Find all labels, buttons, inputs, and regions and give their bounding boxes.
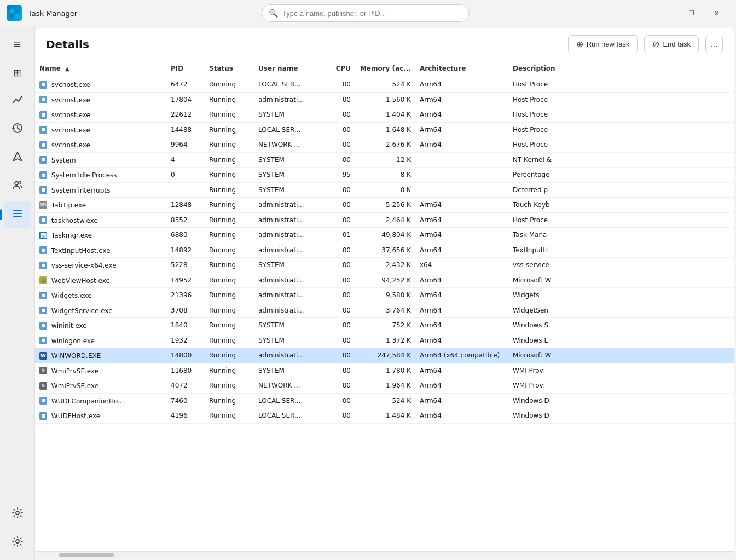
cell-user: NETWORK ... (254, 137, 325, 153)
cell-user: SYSTEM (254, 182, 325, 198)
table-row[interactable]: ■ System interrupts - Running SYSTEM 00 … (35, 182, 734, 198)
cell-arch (415, 152, 508, 168)
run-task-button[interactable]: ⊕ Run new task (568, 35, 638, 53)
cell-arch: Arm64 (415, 92, 508, 107)
table-row[interactable]: ■ svchost.exe 9964 Running NETWORK ... 0… (35, 137, 734, 153)
table-row[interactable]: ⌨ TabTip.exe 12848 Running administrati.… (35, 198, 734, 213)
cell-status: Running (205, 348, 254, 363)
cell-user: administrati... (254, 243, 325, 258)
svg-point-11 (16, 511, 19, 515)
col-header-memory[interactable]: Memory (ac... (355, 60, 415, 77)
minimize-button[interactable]: — (654, 4, 679, 22)
sidebar-item-users[interactable] (4, 173, 31, 199)
sidebar-item-details[interactable] (4, 201, 31, 228)
table-row[interactable]: ■ TextInputHost.exe 14892 Running admini… (35, 243, 734, 258)
sidebar-item-overview[interactable]: ⊞ (4, 59, 31, 85)
cell-cpu: 00 (325, 393, 355, 408)
sidebar-item-settings-top[interactable] (4, 501, 31, 527)
cell-pid: 1932 (166, 333, 205, 348)
process-name: svchost.exe (51, 111, 90, 119)
col-header-arch[interactable]: Architecture (415, 60, 508, 77)
process-icon: ⚙ (39, 367, 47, 374)
process-name: System Idle Process (51, 171, 117, 179)
cell-pid: 12848 (166, 198, 205, 213)
cell-arch: Arm64 (415, 363, 508, 378)
cell-memory: 1,780 K (355, 363, 415, 378)
close-button[interactable]: ✕ (704, 4, 729, 22)
chart-icon (11, 94, 24, 108)
table-row[interactable]: W WINWORD.EXE 14800 Running administrati… (35, 348, 734, 363)
cell-memory: 0 K (355, 182, 415, 198)
table-row[interactable]: ■ vss-service-x64.exe 5228 Running SYSTE… (35, 258, 734, 273)
horizontal-scrollbar[interactable] (35, 551, 734, 558)
table-row[interactable]: ⚙ WmiPrvSE.exe 11680 Running SYSTEM 00 1… (35, 363, 734, 378)
cell-pid: 22612 (166, 107, 205, 123)
table-row[interactable]: ■ Widgets.exe 21396 Running administrati… (35, 288, 734, 303)
sidebar-item-settings[interactable] (4, 529, 31, 556)
cell-status: Running (205, 378, 254, 394)
cell-user: LOCAL SER... (254, 77, 325, 93)
search-bar[interactable]: 🔍 (262, 4, 470, 22)
cell-user: administrati... (254, 303, 325, 318)
process-icon: ■ (39, 126, 47, 134)
process-icon: ■ (39, 412, 47, 420)
cell-status: Running (205, 408, 254, 424)
maximize-button[interactable]: ❐ (679, 4, 704, 22)
more-options-button[interactable]: ... (705, 36, 723, 53)
cell-name: ■ taskhostw.exe (35, 212, 166, 228)
cell-pid: 3708 (166, 303, 205, 318)
cell-cpu: 00 (325, 333, 355, 348)
process-name: WUDFCompanionHo... (51, 397, 124, 405)
end-task-button[interactable]: ⊘ End task (644, 35, 699, 53)
cell-pid: 4196 (166, 408, 205, 424)
process-icon: ⚙ (39, 382, 47, 390)
table-row[interactable]: 🌐 WebViewHost.exe 14952 Running administ… (35, 273, 734, 288)
cell-name: ⚙ WmiPrvSE.exe (35, 378, 166, 394)
col-header-status[interactable]: Status (205, 60, 254, 77)
cell-memory: 12 K (355, 152, 415, 168)
cell-status: Running (205, 288, 254, 303)
col-header-user[interactable]: User name (254, 60, 325, 77)
process-name: Widgets.exe (51, 292, 92, 299)
table-row[interactable]: ■ WUDFCompanionHo... 7460 Running LOCAL … (35, 393, 734, 408)
cell-pid: 7460 (166, 393, 205, 408)
cell-cpu: 00 (325, 288, 355, 303)
table-row[interactable]: 📊 Taskmgr.exe 6880 Running administrati.… (35, 228, 734, 243)
process-icon: ■ (39, 246, 47, 254)
process-name: winlogon.exe (51, 337, 95, 344)
sidebar-item-performance[interactable] (4, 88, 31, 114)
table-row[interactable]: ■ taskhostw.exe 8552 Running administrat… (35, 212, 734, 228)
table-row[interactable]: ■ svchost.exe 6472 Running LOCAL SER... … (35, 77, 734, 93)
table-row[interactable]: ■ wininit.exe 1840 Running SYSTEM 00 752… (35, 318, 734, 333)
process-icon: ■ (39, 307, 47, 314)
cell-memory: 49,804 K (355, 228, 415, 243)
table-row[interactable]: ■ svchost.exe 14488 Running LOCAL SER...… (35, 122, 734, 137)
cell-name: ■ svchost.exe (35, 92, 166, 107)
col-header-desc[interactable]: Description (508, 60, 734, 77)
col-header-cpu[interactable]: CPU (325, 60, 355, 77)
sidebar-item-menu[interactable]: ≡ (4, 31, 31, 57)
search-input[interactable] (282, 9, 462, 18)
cell-memory: 8 K (355, 168, 415, 183)
table-row[interactable]: ■ svchost.exe 22612 Running SYSTEM 00 1,… (35, 107, 734, 123)
cell-user: administrati... (254, 273, 325, 288)
sidebar-item-startup[interactable] (4, 145, 31, 171)
table-row[interactable]: ■ WidgetService.exe 3708 Running adminis… (35, 303, 734, 318)
col-header-name[interactable]: Name ▲ (35, 60, 166, 77)
cell-memory: 94,252 K (355, 273, 415, 288)
cell-pid: - (166, 182, 205, 198)
sidebar-item-history[interactable] (4, 116, 31, 142)
h-scroll-thumb[interactable] (59, 553, 114, 557)
cell-status: Running (205, 168, 254, 183)
process-icon: ■ (39, 111, 47, 119)
table-row[interactable]: ■ System 4 Running SYSTEM 00 12 K NT Ker… (35, 152, 734, 168)
process-icon: ■ (39, 96, 47, 103)
cell-memory: 1,404 K (355, 107, 415, 123)
table-row[interactable]: ■ svchost.exe 17804 Running administrati… (35, 92, 734, 107)
process-icon: ■ (39, 171, 47, 179)
table-row[interactable]: ■ System Idle Process 0 Running SYSTEM 9… (35, 168, 734, 183)
table-row[interactable]: ⚙ WmiPrvSE.exe 4072 Running NETWORK ... … (35, 378, 734, 394)
col-header-pid[interactable]: PID (166, 60, 205, 77)
table-row[interactable]: ■ winlogon.exe 1932 Running SYSTEM 00 1,… (35, 333, 734, 348)
table-row[interactable]: ■ WUDFHost.exe 4196 Running LOCAL SER...… (35, 408, 734, 424)
